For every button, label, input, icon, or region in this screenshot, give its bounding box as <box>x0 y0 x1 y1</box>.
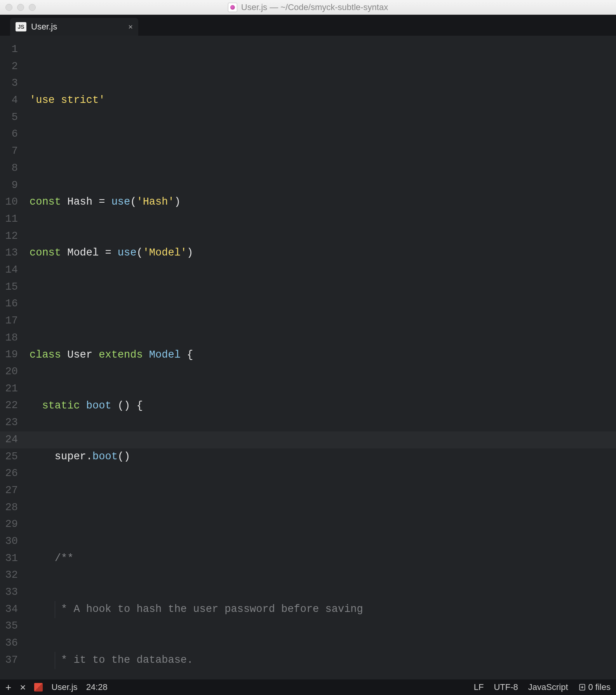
js-file-icon: JS <box>16 22 26 31</box>
line-number: 20 <box>0 363 18 381</box>
code-token: ( <box>130 196 136 208</box>
window-title: User.js — ~/Code/smyck-subtle-syntax <box>228 2 388 12</box>
line-number: 14 <box>0 262 18 279</box>
current-line-highlight <box>0 431 616 448</box>
line-number-gutter: 1234567891011121314151617181920212223242… <box>0 36 22 679</box>
line-number: 6 <box>0 126 18 143</box>
line-number: 25 <box>0 448 18 466</box>
line-number: 28 <box>0 499 18 516</box>
line-number: 2 <box>0 58 18 75</box>
status-bar: + × User.js 24:28 LF UTF-8 JavaScript 0 … <box>0 679 616 695</box>
code-token: * A hook to hash the user password befor… <box>55 603 363 615</box>
line-number: 30 <box>0 533 18 550</box>
line-number: 36 <box>0 635 18 652</box>
code-area[interactable]: 'use strict' const Hash = use('Hash') co… <box>22 36 616 679</box>
line-number: 34 <box>0 601 18 618</box>
tab-user-js[interactable]: JS User.js × <box>10 18 138 36</box>
line-number: 33 <box>0 584 18 601</box>
code-token: () <box>118 451 130 462</box>
code-token: const <box>30 196 61 208</box>
code-token: Model <box>61 247 105 259</box>
line-number: 15 <box>0 279 18 296</box>
status-indicator-icon[interactable] <box>34 683 43 692</box>
code-token: . <box>86 451 92 462</box>
line-number: 32 <box>0 567 18 584</box>
code-token: User <box>61 349 99 361</box>
line-number: 17 <box>0 313 18 330</box>
line-number: 31 <box>0 550 18 567</box>
code-token: 'Hash' <box>136 196 174 208</box>
code-token: const <box>30 247 61 259</box>
window-titlebar: User.js — ~/Code/smyck-subtle-syntax <box>0 0 616 15</box>
code-token: use <box>105 196 130 208</box>
git-files-count: 0 files <box>588 682 611 692</box>
code-token: 'Model' <box>143 247 187 259</box>
code-token: use <box>111 247 137 259</box>
minimize-window-button[interactable] <box>17 4 24 11</box>
line-number: 9 <box>0 177 18 194</box>
code-editor[interactable]: 1234567891011121314151617181920212223242… <box>0 36 616 679</box>
code-token: () { <box>111 400 143 412</box>
status-line-ending[interactable]: LF <box>474 682 484 692</box>
line-number: 1 <box>0 41 18 58</box>
code-token: boot <box>92 451 118 462</box>
line-number: 5 <box>0 109 18 126</box>
code-token: ( <box>136 247 143 259</box>
line-number: 29 <box>0 516 18 533</box>
tab-label: User.js <box>31 22 57 32</box>
line-number: 24 <box>0 431 18 448</box>
line-number: 26 <box>0 465 18 482</box>
line-number: 12 <box>0 228 18 245</box>
line-number: 13 <box>0 245 18 262</box>
code-token: Model <box>143 349 181 361</box>
line-number: 10 <box>0 194 18 211</box>
line-number: 37 <box>0 652 18 669</box>
close-file-icon[interactable]: × <box>20 682 26 692</box>
line-number: 27 <box>0 482 18 499</box>
code-token: boot <box>80 400 111 412</box>
line-number: 7 <box>0 143 18 160</box>
code-token: * it to the database. <box>55 654 193 666</box>
line-number: 16 <box>0 295 18 313</box>
status-language[interactable]: JavaScript <box>528 682 568 692</box>
code-token: /** <box>55 553 74 564</box>
code-token: ) <box>187 247 193 259</box>
code-token: class <box>30 349 61 361</box>
line-number: 22 <box>0 397 18 414</box>
line-number: 3 <box>0 75 18 92</box>
app-icon <box>228 3 237 12</box>
line-number: 11 <box>0 211 18 228</box>
line-number: 23 <box>0 414 18 431</box>
code-token: = <box>99 196 105 208</box>
code-token: 'use strict' <box>30 94 105 106</box>
line-number: 18 <box>0 330 18 347</box>
code-token: super <box>55 451 86 462</box>
code-token: static <box>42 400 80 412</box>
code-token: { <box>181 349 193 361</box>
code-token: ) <box>174 196 181 208</box>
git-status[interactable]: 0 files <box>578 682 611 692</box>
new-file-icon[interactable]: + <box>5 682 11 692</box>
traffic-lights <box>5 4 36 11</box>
git-diff-icon <box>578 683 586 691</box>
window-title-text: User.js — ~/Code/smyck-subtle-syntax <box>241 2 388 12</box>
code-token: extends <box>99 349 143 361</box>
code-token: Hash <box>61 196 99 208</box>
line-number: 8 <box>0 160 18 177</box>
line-number: 4 <box>0 92 18 109</box>
line-number: 35 <box>0 618 18 635</box>
tab-bar: JS User.js × <box>0 15 616 36</box>
code-token: = <box>105 247 111 259</box>
status-filename[interactable]: User.js <box>51 682 77 692</box>
close-window-button[interactable] <box>5 4 12 11</box>
zoom-window-button[interactable] <box>29 4 36 11</box>
status-cursor-position[interactable]: 24:28 <box>86 682 108 692</box>
line-number: 21 <box>0 381 18 398</box>
close-tab-icon[interactable]: × <box>128 23 133 31</box>
line-number: 19 <box>0 346 18 363</box>
status-encoding[interactable]: UTF-8 <box>494 682 518 692</box>
